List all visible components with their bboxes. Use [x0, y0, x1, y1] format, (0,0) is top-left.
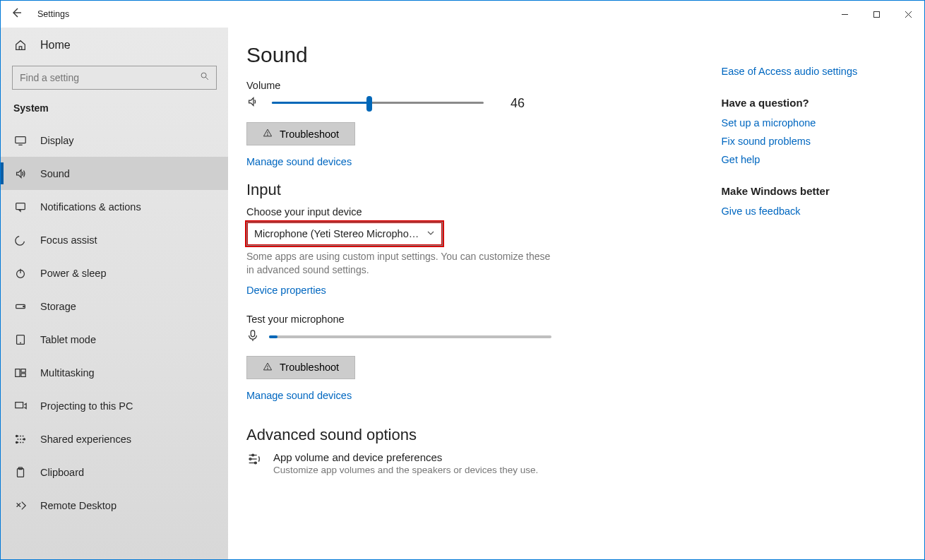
sidebar-item-label: Storage	[40, 301, 76, 312]
display-icon	[13, 134, 28, 147]
sidebar: Home System Display Sound	[1, 28, 228, 559]
sidebar-item-storage[interactable]: Storage	[1, 290, 228, 323]
page-title: Sound	[246, 43, 722, 67]
sidebar-item-shared-experiences[interactable]: Shared experiences	[1, 422, 228, 455]
sidebar-item-remote-desktop[interactable]: Remote Desktop	[1, 489, 228, 522]
app-volume-preferences[interactable]: App volume and device preferences Custom…	[246, 451, 722, 475]
sidebar-item-clipboard[interactable]: Clipboard	[1, 455, 228, 489]
setup-microphone-link[interactable]: Set up a microphone	[722, 117, 910, 129]
power-icon	[13, 267, 28, 280]
titlebar: Settings	[1, 1, 924, 28]
projecting-icon	[13, 400, 28, 412]
minimize-button[interactable]	[829, 4, 861, 25]
sidebar-category: System	[1, 97, 228, 124]
tablet-icon	[13, 333, 28, 346]
sidebar-item-label: Shared experiences	[40, 434, 131, 445]
back-button[interactable]	[11, 7, 22, 21]
advanced-heading: Advanced sound options	[246, 426, 722, 444]
warning-icon	[263, 362, 273, 374]
volume-label: Volume	[246, 80, 722, 91]
sidebar-item-label: Sound	[40, 168, 70, 179]
microphone-level-bar	[269, 335, 551, 338]
svg-point-17	[268, 135, 268, 136]
svg-rect-18	[251, 330, 254, 337]
svg-rect-11	[16, 402, 23, 407]
volume-value: 46	[496, 96, 525, 111]
remote-desktop-icon	[13, 499, 28, 512]
search-input[interactable]	[12, 66, 217, 90]
notifications-icon	[13, 201, 28, 213]
svg-point-12	[16, 435, 18, 436]
sound-icon	[13, 167, 28, 180]
sidebar-item-tablet-mode[interactable]: Tablet mode	[1, 323, 228, 356]
svg-rect-10	[21, 373, 25, 376]
troubleshoot-input-button[interactable]: Troubleshoot	[246, 356, 355, 379]
svg-rect-2	[16, 136, 25, 143]
sidebar-item-label: Tablet mode	[40, 334, 96, 345]
sidebar-item-focus-assist[interactable]: Focus assist	[1, 223, 228, 256]
focus-assist-icon	[13, 234, 28, 246]
choose-input-label: Choose your input device	[246, 206, 722, 218]
device-properties-link[interactable]: Device properties	[246, 285, 326, 296]
svg-point-13	[23, 438, 25, 439]
svg-point-14	[16, 441, 18, 443]
button-label: Troubleshoot	[280, 129, 339, 140]
svg-point-19	[268, 369, 268, 369]
ease-of-access-link[interactable]: Ease of Access audio settings	[722, 66, 910, 77]
adv-title: App volume and device preferences	[273, 451, 538, 463]
adv-sub: Customize app volumes and the speakers o…	[273, 465, 538, 475]
input-note: Some apps are using custom input setting…	[246, 250, 557, 277]
troubleshoot-output-button[interactable]: Troubleshoot	[246, 122, 355, 145]
input-heading: Input	[246, 181, 722, 199]
microphone-icon	[246, 329, 259, 345]
fix-sound-link[interactable]: Fix sound problems	[722, 136, 910, 147]
test-mic-label: Test your microphone	[246, 314, 722, 325]
chevron-down-icon	[426, 229, 435, 239]
sidebar-item-label: Display	[40, 135, 74, 146]
sidebar-item-sound[interactable]: Sound	[1, 157, 228, 190]
volume-slider[interactable]	[272, 96, 484, 110]
sidebar-item-power-sleep[interactable]: Power & sleep	[1, 256, 228, 290]
svg-rect-15	[18, 468, 24, 477]
manage-sound-devices-link-2[interactable]: Manage sound devices	[246, 390, 352, 401]
sidebar-item-label: Multitasking	[40, 367, 95, 379]
sidebar-item-label: Remote Desktop	[40, 500, 117, 511]
svg-point-6	[23, 306, 24, 306]
button-label: Troubleshoot	[280, 362, 339, 373]
mixer-icon	[246, 451, 262, 470]
warning-icon	[263, 128, 273, 140]
nav-home-label: Home	[40, 39, 71, 52]
clipboard-icon	[13, 466, 28, 479]
sidebar-item-multitasking[interactable]: Multitasking	[1, 356, 228, 389]
sidebar-item-projecting[interactable]: Projecting to this PC	[1, 389, 228, 422]
multitasking-icon	[13, 367, 28, 379]
sidebar-item-label: Clipboard	[40, 467, 84, 478]
svg-rect-9	[21, 369, 25, 372]
window-title: Settings	[37, 9, 69, 19]
sidebar-item-label: Projecting to this PC	[40, 400, 133, 412]
close-button[interactable]	[893, 4, 924, 25]
sidebar-item-label: Notifications & actions	[40, 201, 141, 213]
sidebar-item-label: Power & sleep	[40, 268, 107, 279]
svg-rect-0	[874, 11, 880, 17]
storage-icon	[13, 300, 28, 313]
question-heading: Have a question?	[722, 97, 910, 109]
give-feedback-link[interactable]: Give us feedback	[722, 205, 910, 217]
main: Sound Volume 46 Troubleshoot	[228, 28, 924, 559]
svg-rect-3	[16, 203, 25, 209]
sidebar-item-display[interactable]: Display	[1, 124, 228, 157]
volume-icon	[246, 95, 259, 111]
sidebar-item-notifications[interactable]: Notifications & actions	[1, 190, 228, 223]
right-panel: Ease of Access audio settings Have a que…	[722, 28, 924, 559]
input-device-dropdown[interactable]: Microphone (Yeti Stereo Micropho…	[246, 222, 443, 246]
shared-icon	[13, 433, 28, 446]
home-icon	[13, 39, 28, 52]
make-better-heading: Make Windows better	[722, 185, 910, 197]
nav-home[interactable]: Home	[1, 30, 228, 60]
maximize-button[interactable]	[861, 4, 893, 25]
get-help-link[interactable]: Get help	[722, 154, 910, 165]
svg-rect-8	[16, 369, 20, 376]
dropdown-value: Microphone (Yeti Stereo Micropho…	[254, 228, 419, 239]
sidebar-item-label: Focus assist	[40, 234, 97, 246]
manage-sound-devices-link[interactable]: Manage sound devices	[246, 156, 352, 167]
